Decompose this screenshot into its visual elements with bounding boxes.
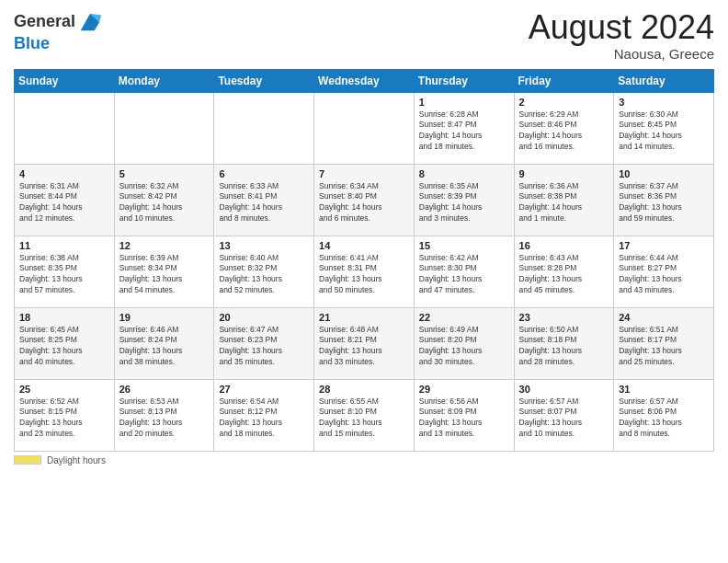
day-number: 30 bbox=[519, 384, 609, 395]
col-thursday: Thursday bbox=[414, 69, 514, 92]
day-number: 22 bbox=[419, 312, 509, 323]
calendar-cell: 31Sunrise: 6:57 AMSunset: 8:06 PMDayligh… bbox=[614, 379, 714, 451]
calendar-cell: 23Sunrise: 6:50 AMSunset: 8:18 PMDayligh… bbox=[514, 307, 614, 379]
calendar-cell: 6Sunrise: 6:33 AMSunset: 8:41 PMDaylight… bbox=[214, 164, 314, 236]
day-number: 31 bbox=[619, 384, 709, 395]
day-info: Sunrise: 6:33 AMSunset: 8:41 PMDaylight:… bbox=[219, 181, 309, 225]
col-tuesday: Tuesday bbox=[214, 69, 314, 92]
day-info: Sunrise: 6:45 AMSunset: 8:25 PMDaylight:… bbox=[19, 325, 109, 369]
day-number: 17 bbox=[619, 240, 709, 251]
calendar-cell: 5Sunrise: 6:32 AMSunset: 8:42 PMDaylight… bbox=[114, 164, 214, 236]
day-number: 24 bbox=[619, 312, 709, 323]
day-info: Sunrise: 6:47 AMSunset: 8:23 PMDaylight:… bbox=[219, 325, 309, 369]
day-number: 2 bbox=[519, 97, 609, 108]
day-number: 16 bbox=[519, 240, 609, 251]
day-info: Sunrise: 6:30 AMSunset: 8:45 PMDaylight:… bbox=[619, 109, 709, 154]
day-info: Sunrise: 6:41 AMSunset: 8:31 PMDaylight:… bbox=[319, 253, 409, 297]
day-number: 5 bbox=[119, 168, 210, 179]
calendar-cell: 26Sunrise: 6:53 AMSunset: 8:13 PMDayligh… bbox=[114, 379, 214, 451]
calendar-cell: 19Sunrise: 6:46 AMSunset: 8:24 PMDayligh… bbox=[114, 307, 214, 379]
day-info: Sunrise: 6:56 AMSunset: 8:09 PMDaylight:… bbox=[419, 396, 509, 441]
calendar-cell: 22Sunrise: 6:49 AMSunset: 8:20 PMDayligh… bbox=[414, 307, 514, 379]
day-info: Sunrise: 6:43 AMSunset: 8:28 PMDaylight:… bbox=[519, 253, 609, 297]
logo-icon bbox=[77, 9, 103, 35]
day-info: Sunrise: 6:57 AMSunset: 8:06 PMDaylight:… bbox=[619, 396, 709, 441]
day-number: 12 bbox=[119, 240, 210, 251]
calendar-cell bbox=[214, 92, 314, 164]
col-wednesday: Wednesday bbox=[314, 69, 415, 92]
day-number: 4 bbox=[19, 168, 109, 179]
calendar-cell: 3Sunrise: 6:30 AMSunset: 8:45 PMDaylight… bbox=[614, 92, 714, 164]
day-info: Sunrise: 6:38 AMSunset: 8:35 PMDaylight:… bbox=[19, 253, 109, 297]
day-info: Sunrise: 6:57 AMSunset: 8:07 PMDaylight:… bbox=[519, 396, 609, 441]
day-number: 23 bbox=[519, 312, 609, 323]
calendar-cell: 15Sunrise: 6:42 AMSunset: 8:30 PMDayligh… bbox=[414, 236, 514, 307]
col-sunday: Sunday bbox=[15, 69, 115, 92]
day-info: Sunrise: 6:39 AMSunset: 8:34 PMDaylight:… bbox=[119, 253, 210, 297]
calendar-cell: 8Sunrise: 6:35 AMSunset: 8:39 PMDaylight… bbox=[414, 164, 514, 236]
calendar-cell: 10Sunrise: 6:37 AMSunset: 8:36 PMDayligh… bbox=[614, 164, 714, 236]
daylight-bar-icon bbox=[14, 455, 41, 465]
day-info: Sunrise: 6:40 AMSunset: 8:32 PMDaylight:… bbox=[219, 253, 309, 297]
day-info: Sunrise: 6:44 AMSunset: 8:27 PMDaylight:… bbox=[619, 253, 709, 297]
calendar-week-3: 11Sunrise: 6:38 AMSunset: 8:35 PMDayligh… bbox=[15, 236, 714, 307]
day-info: Sunrise: 6:53 AMSunset: 8:13 PMDaylight:… bbox=[119, 396, 210, 441]
calendar-cell bbox=[15, 92, 115, 164]
day-number: 1 bbox=[419, 97, 509, 108]
day-number: 21 bbox=[319, 312, 409, 323]
day-number: 18 bbox=[19, 312, 109, 323]
logo: General Blue bbox=[14, 9, 103, 53]
day-info: Sunrise: 6:55 AMSunset: 8:10 PMDaylight:… bbox=[319, 396, 409, 441]
calendar-cell: 25Sunrise: 6:52 AMSunset: 8:15 PMDayligh… bbox=[15, 379, 115, 451]
footer: Daylight hours bbox=[14, 455, 714, 465]
calendar-cell: 17Sunrise: 6:44 AMSunset: 8:27 PMDayligh… bbox=[614, 236, 714, 307]
calendar-header-row: Sunday Monday Tuesday Wednesday Thursday… bbox=[15, 69, 714, 92]
calendar-cell bbox=[314, 92, 415, 164]
day-number: 8 bbox=[419, 168, 509, 179]
title-block: August 2024 Naousa, Greece bbox=[529, 9, 714, 62]
day-info: Sunrise: 6:42 AMSunset: 8:30 PMDaylight:… bbox=[419, 253, 509, 297]
col-saturday: Saturday bbox=[614, 69, 714, 92]
calendar-cell: 16Sunrise: 6:43 AMSunset: 8:28 PMDayligh… bbox=[514, 236, 614, 307]
day-number: 6 bbox=[219, 168, 309, 179]
day-number: 11 bbox=[19, 240, 109, 251]
calendar-cell: 11Sunrise: 6:38 AMSunset: 8:35 PMDayligh… bbox=[15, 236, 115, 307]
logo-text-blue: Blue bbox=[14, 35, 50, 53]
day-info: Sunrise: 6:52 AMSunset: 8:15 PMDaylight:… bbox=[19, 396, 109, 441]
col-monday: Monday bbox=[114, 69, 214, 92]
day-number: 19 bbox=[119, 312, 210, 323]
footer-label: Daylight hours bbox=[47, 455, 106, 465]
day-info: Sunrise: 6:46 AMSunset: 8:24 PMDaylight:… bbox=[119, 325, 210, 369]
day-info: Sunrise: 6:32 AMSunset: 8:42 PMDaylight:… bbox=[119, 181, 210, 225]
day-info: Sunrise: 6:29 AMSunset: 8:46 PMDaylight:… bbox=[519, 109, 609, 154]
day-number: 27 bbox=[219, 384, 309, 395]
day-number: 13 bbox=[219, 240, 309, 251]
day-info: Sunrise: 6:34 AMSunset: 8:40 PMDaylight:… bbox=[319, 181, 409, 225]
day-number: 3 bbox=[619, 97, 709, 108]
calendar-table: Sunday Monday Tuesday Wednesday Thursday… bbox=[14, 69, 714, 452]
calendar-cell: 1Sunrise: 6:28 AMSunset: 8:47 PMDaylight… bbox=[414, 92, 514, 164]
calendar-cell: 9Sunrise: 6:36 AMSunset: 8:38 PMDaylight… bbox=[514, 164, 614, 236]
day-number: 14 bbox=[319, 240, 409, 251]
calendar-cell: 21Sunrise: 6:48 AMSunset: 8:21 PMDayligh… bbox=[314, 307, 415, 379]
day-info: Sunrise: 6:36 AMSunset: 8:38 PMDaylight:… bbox=[519, 181, 609, 225]
header: General Blue August 2024 Naousa, Greece bbox=[14, 9, 714, 62]
calendar-cell: 28Sunrise: 6:55 AMSunset: 8:10 PMDayligh… bbox=[314, 379, 415, 451]
calendar-cell bbox=[114, 92, 214, 164]
day-info: Sunrise: 6:54 AMSunset: 8:12 PMDaylight:… bbox=[219, 396, 309, 441]
day-number: 15 bbox=[419, 240, 509, 251]
col-friday: Friday bbox=[514, 69, 614, 92]
calendar-week-5: 25Sunrise: 6:52 AMSunset: 8:15 PMDayligh… bbox=[15, 379, 714, 451]
location: Naousa, Greece bbox=[529, 46, 714, 62]
day-number: 29 bbox=[419, 384, 509, 395]
day-info: Sunrise: 6:28 AMSunset: 8:47 PMDaylight:… bbox=[419, 109, 509, 154]
day-info: Sunrise: 6:35 AMSunset: 8:39 PMDaylight:… bbox=[419, 181, 509, 225]
day-number: 25 bbox=[19, 384, 109, 395]
day-info: Sunrise: 6:49 AMSunset: 8:20 PMDaylight:… bbox=[419, 325, 509, 369]
day-number: 10 bbox=[619, 168, 709, 179]
day-number: 9 bbox=[519, 168, 609, 179]
calendar-cell: 24Sunrise: 6:51 AMSunset: 8:17 PMDayligh… bbox=[614, 307, 714, 379]
day-number: 20 bbox=[219, 312, 309, 323]
calendar-cell: 20Sunrise: 6:47 AMSunset: 8:23 PMDayligh… bbox=[214, 307, 314, 379]
calendar-cell: 2Sunrise: 6:29 AMSunset: 8:46 PMDaylight… bbox=[514, 92, 614, 164]
